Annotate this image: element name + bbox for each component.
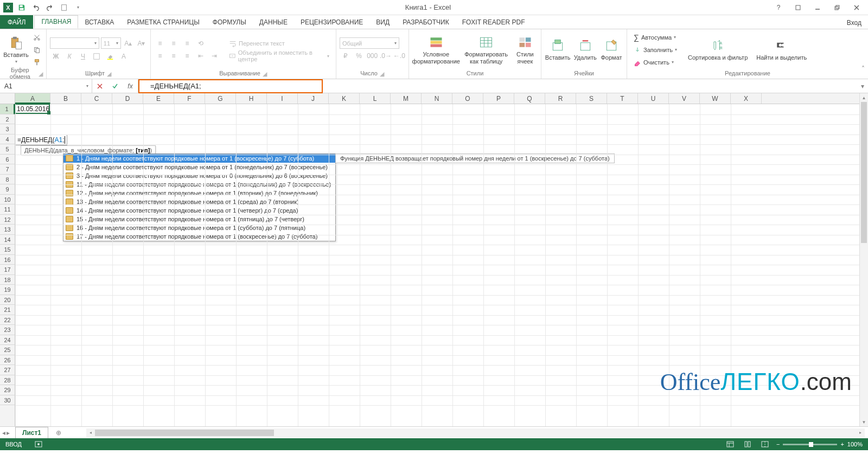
italic-button[interactable]: К [63,50,75,62]
dropdown-item[interactable]: 3 - Дням недели соответствуют порядковые… [63,171,335,180]
font-color-button[interactable]: A [118,50,130,62]
hscroll-thumb[interactable] [95,430,274,436]
bold-button[interactable]: Ж [50,50,62,62]
insert-function-button[interactable]: fx [123,82,138,90]
col-header[interactable]: N [422,93,452,104]
spreadsheet-grid[interactable]: ABCDEFGHIJKLMNOPQRSTUVWX 123456789101112… [0,93,868,426]
col-header[interactable]: B [50,93,81,104]
minimize-button[interactable] [808,2,827,14]
tab-главная[interactable]: ГЛАВНАЯ [34,15,78,29]
conditional-formatting-button[interactable]: Условное форматирование [412,34,460,65]
align-right-icon[interactable]: ≡ [181,50,193,62]
row-header[interactable]: 11 [0,204,15,215]
format-as-table-button[interactable]: Форматировать как таблицу [462,34,510,65]
macro-record-icon[interactable] [33,439,44,449]
align-middle-icon[interactable]: ≡ [168,37,180,49]
col-header[interactable]: L [360,93,391,104]
launcher-icon[interactable]: ◢ [379,71,385,76]
sheet-nav-prev-icon[interactable]: ◂ [2,429,5,437]
align-top-icon[interactable]: ≡ [154,37,166,49]
row-header[interactable]: 29 [0,385,15,395]
tab-разметка страницы[interactable]: РАЗМЕТКА СТРАНИЦЫ [120,15,206,29]
font-name-combo[interactable]: ▾ [50,37,99,49]
tab-данные[interactable]: ДАННЫЕ [253,15,294,29]
comma-icon[interactable]: 000 [366,50,378,62]
redo-button[interactable] [44,2,55,13]
col-header[interactable]: M [391,93,422,104]
close-button[interactable] [847,2,866,14]
collapse-ribbon-icon[interactable]: ˄ [861,65,865,73]
col-header[interactable]: K [329,93,360,104]
number-format-combo[interactable]: Общий▾ [340,37,399,49]
row-header[interactable]: 17 [0,265,15,275]
weekday-type-dropdown[interactable]: 1 - Дням недели соответствуют порядковые… [63,153,336,241]
col-header[interactable]: E [143,93,174,104]
scroll-up-icon[interactable]: ▲ [860,93,868,102]
row-header[interactable]: 21 [0,305,15,315]
scroll-thumb[interactable] [861,102,867,243]
row-header[interactable]: 2 [0,114,15,125]
decrease-font-icon[interactable]: A▾ [136,37,147,49]
row-header[interactable]: 27 [0,365,15,375]
sheet-tab-active[interactable]: Лист1 [15,427,48,438]
row-header[interactable]: 14 [0,235,15,245]
tab-file[interactable]: ФАЙЛ [0,15,33,29]
sort-filter-button[interactable]: АЯСортировка и фильтр [685,37,751,62]
increase-font-icon[interactable]: A▴ [123,37,134,49]
indent-inc-icon[interactable]: ⇥ [208,50,220,62]
zoom-control[interactable]: − + 100% [776,441,863,447]
percent-icon[interactable]: % [353,50,365,62]
row-header[interactable]: 30 [0,395,15,406]
tab-вставка[interactable]: ВСТАВКА [78,15,120,29]
row-header[interactable]: 7 [0,164,15,175]
tab-рецензирование[interactable]: РЕЦЕНЗИРОВАНИЕ [294,15,369,29]
col-header[interactable]: O [452,93,483,104]
scroll-right-icon[interactable]: ▸ [856,430,865,435]
border-button[interactable] [91,50,103,62]
sheet-nav-next-icon[interactable]: ▸ [7,429,10,437]
col-header[interactable]: P [483,93,514,104]
row-header[interactable]: 1 [0,104,15,114]
row-header[interactable]: 26 [0,355,15,366]
row-header[interactable]: 23 [0,325,15,335]
align-left-icon[interactable]: ≡ [154,50,166,62]
undo-button[interactable] [30,2,41,13]
name-box-input[interactable] [3,82,86,91]
orientation-icon[interactable]: ⟲ [195,37,207,49]
col-header[interactable]: C [81,93,112,104]
launcher-icon[interactable]: ◢ [39,71,43,76]
touch-mode-button[interactable] [59,2,69,13]
row-header[interactable]: 12 [0,215,15,225]
col-header[interactable]: T [607,93,638,104]
find-select-button[interactable]: Найти и выделить [753,37,810,62]
insert-cells-button[interactable]: Вставить [545,37,571,62]
select-all-corner[interactable] [0,93,15,104]
row-header[interactable]: 20 [0,295,15,305]
launcher-icon[interactable]: ◢ [106,71,112,76]
row-header[interactable]: 4 [0,135,15,145]
row-headers[interactable]: 1234567891011121314151617181920212223242… [0,104,15,426]
col-header[interactable]: U [638,93,669,104]
horizontal-scrollbar[interactable]: ◂ ▸ [86,428,865,437]
name-box[interactable]: ▾ [0,79,92,93]
autosum-button[interactable]: ∑Автосумма▾ [630,31,682,43]
clear-button[interactable]: Очистить▾ [630,56,682,68]
row-header[interactable]: 25 [0,345,15,355]
help-button[interactable]: ? [769,2,788,14]
column-headers[interactable]: ABCDEFGHIJKLMNOPQRSTUVWX [15,93,859,104]
tab-разработчик[interactable]: РАЗРАБОТЧИК [396,15,456,29]
col-header[interactable]: F [174,93,205,104]
vertical-scrollbar[interactable]: ▲ ▼ [859,93,868,426]
scroll-left-icon[interactable]: ◂ [86,430,95,435]
font-size-combo[interactable]: 11▾ [101,37,121,49]
wrap-text-button[interactable]: Перенести текст [226,37,333,49]
col-header[interactable]: J [298,93,329,104]
col-header[interactable]: R [545,93,576,104]
zoom-out-icon[interactable]: − [776,441,780,447]
view-normal-icon[interactable] [724,439,736,449]
row-header[interactable]: 8 [0,175,15,185]
enter-formula-button[interactable] [107,83,123,89]
cut-button[interactable] [31,31,43,43]
col-header[interactable]: V [669,93,700,104]
format-cells-button[interactable]: Формат [599,37,623,62]
